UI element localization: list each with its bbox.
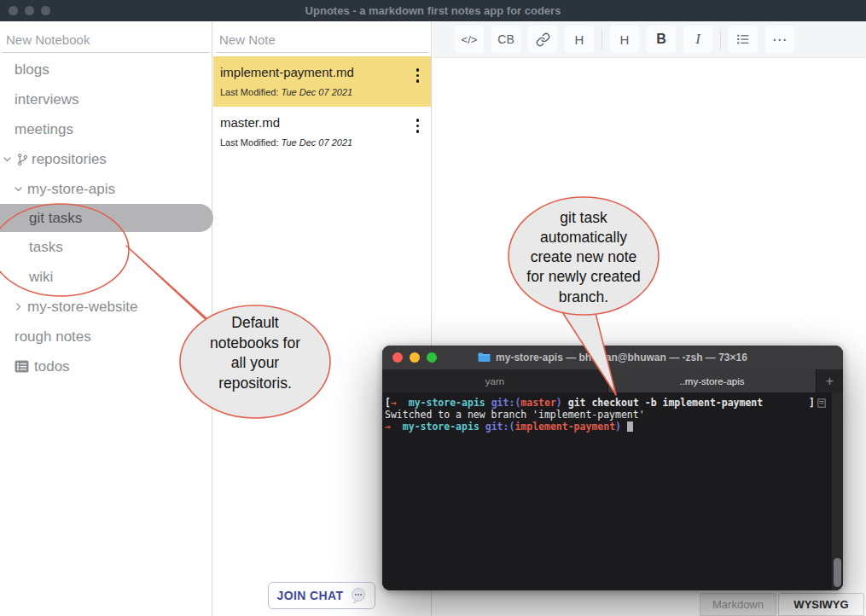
note-last-modified: Last Modified: Tue Dec 07 2021 [220,87,422,97]
terminal-new-tab-button[interactable]: + [816,369,843,392]
sidebar-item-todos[interactable]: todos [0,352,212,381]
note-menu-icon[interactable] [416,68,420,83]
bullet-list-button[interactable] [729,26,758,53]
sidebar-item-blogs[interactable]: blogs [0,55,212,84]
wysiwyg-mode-button[interactable]: WYSIWYG [778,593,864,616]
heading2-button[interactable]: H [610,26,639,53]
folder-icon [478,352,491,363]
app-window: Upnotes - a markdown first notes app for… [0,0,866,616]
terminal-line-1: [→ my-store-apis git:(master) git checko… [385,397,819,409]
terminal-traffic-lights [392,352,437,363]
terminal-tab-bar: yarn ..my-store-apis + [382,369,843,392]
more-options-button[interactable]: ⋯ [765,26,794,53]
todo-list-icon [15,360,29,373]
sidebar-item-wiki[interactable]: wiki [0,262,212,292]
heading-button[interactable]: H [565,26,594,53]
join-chat-button[interactable]: JOIN CHAT [268,582,375,609]
sidebar-item-git-tasks[interactable]: git tasks [0,204,213,232]
terminal-minimize-button[interactable] [410,352,420,363]
code-block-button[interactable]: CB [491,26,520,53]
toolbar-divider [602,29,602,49]
editor-toolbar: </> CB H H B I ⋯ [433,21,866,58]
sidebar-item-repositories[interactable]: repositories [0,144,212,174]
terminal-titlebar: my-store-apis — bhuwan@bhuwan — -zsh — 7… [382,346,843,369]
terminal-content[interactable]: [→ my-store-apis git:(master) git checko… [382,392,843,590]
new-note-input[interactable] [216,27,428,53]
link-button[interactable] [528,26,557,53]
terminal-cursor [627,421,633,432]
link-icon [536,32,550,47]
markdown-mode-button[interactable]: Markdown [700,593,776,616]
terminal-scrollbar-thumb[interactable] [834,558,841,587]
window-title: Upnotes - a markdown first notes app for… [0,4,866,17]
terminal-tab-yarn[interactable]: yarn [382,369,608,392]
bold-button[interactable]: B [647,26,676,53]
notebook-list: blogs interviews meetings repositories [0,55,212,381]
terminal-line-3: → my-store-apis git:(implement-payment) [385,421,819,433]
note-title: master.md [220,115,422,130]
terminal-tab-my-store-apis[interactable]: ..my-store-apis [608,369,816,392]
sidebar-item-my-store-website[interactable]: my-store-website [0,292,212,322]
chevron-right-icon[interactable] [13,301,24,312]
notebook-sidebar: blogs interviews meetings repositories [0,21,212,616]
window-titlebar: Upnotes - a markdown first notes app for… [0,0,866,21]
inline-code-button[interactable]: </> [455,26,484,53]
note-menu-icon[interactable] [416,119,420,133]
terminal-title: my-store-apis — bhuwan@bhuwan — -zsh — 7… [496,352,747,363]
terminal-line-2: Switched to a new branch 'implement-paym… [385,409,819,421]
terminal-session-icon [817,398,826,408]
view-mode-toggle: Markdown WYSIWYG [700,593,864,616]
chevron-down-icon[interactable] [2,154,13,165]
note-last-modified: Last Modified: Tue Dec 07 2021 [220,137,422,148]
sidebar-item-rough-notes[interactable]: rough notes [0,322,212,352]
terminal-zoom-button[interactable] [427,352,437,363]
sidebar-item-my-store-apis[interactable]: my-store-apis [0,174,212,204]
new-notebook-input[interactable] [3,27,209,53]
sidebar-item-meetings[interactable]: meetings [0,114,212,144]
terminal-close-button[interactable] [392,352,403,363]
toolbar-divider [720,29,721,49]
terminal-window: my-store-apis — bhuwan@bhuwan — -zsh — 7… [382,346,843,590]
terminal-scrollbar[interactable] [831,392,843,590]
bullet-list-icon [735,32,751,47]
sidebar-item-interviews[interactable]: interviews [0,84,212,114]
chat-bubble-icon [350,587,367,604]
chevron-down-icon[interactable] [13,183,24,195]
italic-button[interactable]: I [683,26,712,53]
note-item-implement-payment[interactable]: implement-payment.md Last Modified: Tue … [213,56,431,107]
terminal-right-marks: ] [809,397,826,409]
sidebar-item-tasks[interactable]: tasks [0,232,212,262]
note-title: implement-payment.md [220,65,422,79]
git-branch-icon [16,153,29,166]
note-item-master[interactable]: master.md Last Modified: Tue Dec 07 2021 [213,107,431,157]
